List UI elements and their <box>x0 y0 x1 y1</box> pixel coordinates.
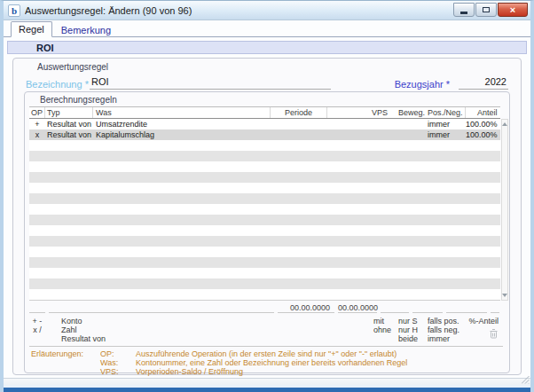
note-text: Kontonummer, eine Zahl oder Bezeichnung … <box>136 358 407 367</box>
form-row: Bezeichnung * ROI Bezugsjahr * 2022 <box>24 74 510 90</box>
tab-regel[interactable]: Regel <box>11 21 52 37</box>
titlebar: b Auswertungsregel: Ändern (90 von 96) × <box>4 1 530 20</box>
bezeichnung-field[interactable]: ROI <box>90 76 331 90</box>
restore-button[interactable] <box>475 3 497 17</box>
minimize-icon <box>460 12 467 14</box>
table-row-empty[interactable] <box>29 140 500 151</box>
scroll-up-icon[interactable] <box>502 122 507 126</box>
rules-table: OP Typ Was Periode VPS Beweg. Pos./Neg. … <box>29 106 505 301</box>
table-row-empty[interactable] <box>29 278 500 289</box>
trash-icon[interactable] <box>490 326 498 342</box>
edit-beweg-field[interactable] <box>412 302 443 313</box>
vertical-scrollbar[interactable] <box>501 119 508 301</box>
edit-was-field[interactable] <box>49 302 274 313</box>
col-anteil: Anteil <box>466 107 500 118</box>
bezugsjahr-label: Bezugsjahr * <box>395 79 459 90</box>
cell-was: Kapitalumschlag <box>93 129 271 140</box>
table-row-empty[interactable] <box>29 204 500 215</box>
legend-beweg-line: nur H <box>398 325 425 334</box>
group-caption-auswertungsregel: Auswertungsregel <box>24 60 510 74</box>
table-row-empty[interactable] <box>29 247 500 257</box>
tab-strip: Regel Bemerkung <box>4 20 530 37</box>
table-row-empty[interactable] <box>29 289 500 300</box>
table-row-empty[interactable] <box>29 215 500 225</box>
cell-was: Umsatzrendite <box>93 119 271 129</box>
note-text: Auszuführende Operation (in der ersten Z… <box>136 349 397 358</box>
legend-was-line: Resultat von <box>61 334 271 343</box>
table-row-empty[interactable] <box>29 225 500 236</box>
edit-anteil-field[interactable] <box>491 302 499 313</box>
tab-bemerkung[interactable]: Bemerkung <box>54 23 118 37</box>
table-row-empty[interactable] <box>29 268 500 278</box>
table-row-empty[interactable] <box>29 183 500 193</box>
table-row-empty[interactable] <box>29 151 500 161</box>
cell-periode2 <box>327 129 366 140</box>
legend-op-line: + - <box>29 317 45 325</box>
legend-was-line: Konto <box>61 317 271 325</box>
cell-typ: Resultat von <box>45 119 93 129</box>
table-row-empty[interactable] <box>29 161 500 172</box>
berechnungsregeln-group: Berechnungsregeln OP Typ Was Periode VPS… <box>24 91 510 373</box>
note-text: Vorperioden-Saldo / Eröffnung <box>136 367 243 376</box>
table-row-empty[interactable] <box>29 257 500 268</box>
note-key: Was: <box>100 358 136 367</box>
window-frame-bottom <box>0 385 534 392</box>
app-icon: b <box>8 4 20 17</box>
legend-row: + - x / Konto Zahl Resultat von mit ohne <box>29 317 503 343</box>
table-body: + Resultat von Umsatzrendite immer 100.0… <box>29 119 500 301</box>
notes-label: Erläuterungen: <box>29 349 100 376</box>
edit-posneg-field[interactable] <box>446 302 487 313</box>
cell-posneg: immer <box>425 129 466 140</box>
cell-typ: Resultat von <box>45 129 93 140</box>
divider <box>29 346 503 347</box>
table-row-empty[interactable] <box>29 172 500 183</box>
notes-section: Erläuterungen: OP: Auszuführende Operati… <box>29 349 505 376</box>
app-window: b Auswertungsregel: Ändern (90 von 96) ×… <box>0 0 534 392</box>
table-row-empty[interactable] <box>29 193 500 204</box>
window-title: Auswertungsregel: Ändern (90 von 96) <box>25 5 453 16</box>
client-area: Regel Bemerkung ROI Auswertungsregel Bez… <box>4 20 530 388</box>
minimize-button[interactable] <box>453 3 475 17</box>
cell-anteil: 100.00% <box>466 129 500 140</box>
legend-posneg-line: falls pos. <box>428 317 466 325</box>
cell-op: + <box>29 119 45 129</box>
bezeichnung-label: Bezeichnung * <box>26 79 90 90</box>
table-row-empty[interactable] <box>29 236 500 247</box>
col-posneg: Pos./Neg. <box>425 107 466 118</box>
close-button[interactable]: × <box>498 3 528 17</box>
edit-vps-field[interactable] <box>381 302 409 313</box>
cell-beweg <box>395 119 425 129</box>
cell-periode1 <box>271 129 327 140</box>
cell-op: x <box>29 129 45 140</box>
col-was: Was <box>93 107 271 118</box>
auswertungsregel-group: Auswertungsregel Bezeichnung * ROI Bezug… <box>12 58 522 375</box>
edit-periode2-field[interactable]: 00.00.0000 <box>338 302 377 313</box>
legend-op-line: x / <box>29 325 45 334</box>
legend-beweg-line: beide <box>398 334 425 343</box>
col-periode: Periode <box>271 107 327 118</box>
legend-anteil-label: %-Anteil <box>466 317 500 325</box>
col-periode2 <box>327 107 366 118</box>
legend-vps-line: ohne <box>373 325 395 334</box>
table-empty-rows <box>29 140 500 300</box>
table-row[interactable]: + Resultat von Umsatzrendite immer 100.0… <box>29 119 500 129</box>
cell-posneg: immer <box>425 119 466 129</box>
bezugsjahr-field[interactable]: 2022 <box>459 76 508 90</box>
record-title-bar: ROI <box>7 41 527 54</box>
col-typ: Typ <box>45 107 93 118</box>
edit-periode1-field[interactable]: 00.00.0000 <box>278 302 334 313</box>
legend-posneg-line: falls neg. <box>428 325 466 334</box>
scroll-down-icon[interactable] <box>502 294 507 297</box>
legend-vps-line: mit <box>373 317 395 325</box>
col-vps: VPS <box>366 107 395 118</box>
cell-beweg <box>395 129 425 140</box>
table-row-selected[interactable]: x Resultat von Kapitalumschlag immer 100… <box>29 129 500 140</box>
restore-icon <box>483 7 490 12</box>
note-key: OP: <box>100 349 136 358</box>
edit-op-field[interactable] <box>29 302 45 313</box>
legend-was-line: Zahl <box>61 325 271 334</box>
edit-row: 00.00.0000 00.00.0000 <box>29 302 503 315</box>
cell-periode1 <box>271 119 327 129</box>
cell-periode2 <box>327 119 366 129</box>
col-beweg: Beweg. <box>395 107 425 118</box>
